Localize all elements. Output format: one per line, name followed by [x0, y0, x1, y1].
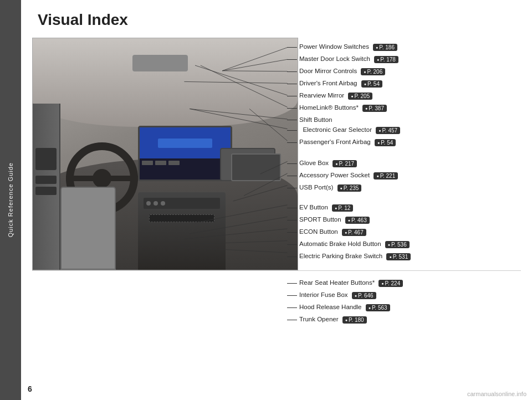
page-ref: P. 536 [385, 241, 410, 248]
label-text-accessory-power: Accessory Power Socket P. 221 [299, 172, 398, 180]
page-ref: P. 54 [375, 139, 396, 146]
label-usb-ports: USB Port(s) P. 235 [287, 184, 521, 192]
label-power-window-switches: Power Window Switches P. 186 [287, 43, 521, 51]
page-ref: P. 457 [376, 127, 400, 134]
label-line [287, 295, 297, 296]
page-ref: P. 217 [332, 160, 357, 167]
page-title: Visual Index [38, 11, 521, 29]
label-hood-release: Hood Release Handle P. 563 [287, 304, 521, 311]
main-content: Visual Index [21, 0, 532, 400]
label-interior-fuse-box: Interior Fuse Box P. 646 [287, 291, 521, 299]
label-text-econ-button: ECON Button P. 467 [299, 228, 366, 236]
sidebar-label: Quick Reference Guide [7, 162, 14, 237]
separator-line [32, 270, 521, 271]
page-ref: P. 180 [342, 316, 367, 324]
label-text-sport-button: SPORT Button P. 463 [299, 216, 370, 224]
label-line [287, 84, 297, 84]
label-text-gear-selector: Electronic Gear Selector P. 457 [299, 126, 400, 134]
label-line [287, 176, 297, 176]
page-ref: P. 387 [362, 105, 387, 112]
page-ref: P. 563 [366, 304, 390, 311]
page-ref: P. 224 [378, 280, 403, 287]
page-ref: P. 467 [342, 229, 366, 236]
label-trunk-opener: Trunk Opener P. 180 [287, 316, 521, 324]
label-master-door-lock: Master Door Lock Switch P. 178 [287, 55, 521, 63]
label-line [287, 220, 297, 220]
page-ref: P. 221 [374, 172, 398, 180]
label-text-glove-box: Glove Box P. 217 [299, 160, 357, 167]
label-text-auto-brake-hold: Automatic Brake Hold Button P. 536 [299, 240, 410, 248]
label-text-power-window: Power Window Switches P. 186 [299, 43, 397, 51]
label-electronic-gear: Electronic Gear Selector P. 457 [287, 126, 521, 134]
car-interior-bg [33, 38, 298, 270]
label-homelink-buttons: HomeLink® Buttons* P. 387 [287, 104, 521, 112]
label-text-interior-fuse-box: Interior Fuse Box P. 646 [299, 291, 376, 299]
label-text-door-mirror: Door Mirror Controls P. 206 [299, 68, 385, 75]
label-line [287, 142, 297, 143]
rearview-mirror-shape [132, 55, 188, 71]
label-line [287, 96, 297, 96]
label-shift-button: Shift Button [287, 116, 521, 123]
label-line [287, 283, 297, 284]
label-text-passengers-airbag: Passenger's Front Airbag P. 54 [299, 139, 396, 146]
label-text-drivers-airbag: Driver's Front Airbag P. 54 [299, 80, 382, 88]
label-line [287, 188, 297, 188]
label-line [287, 120, 297, 120]
page-ref: P. 205 [348, 93, 372, 100]
label-text-usb-ports: USB Port(s) P. 235 [299, 184, 361, 192]
label-text-rear-seat-heater: Rear Seat Heater Buttons* P. 224 [299, 279, 403, 287]
label-line [287, 257, 297, 257]
page-ref: P. 235 [337, 184, 362, 192]
label-line [287, 163, 297, 164]
label-line [287, 208, 297, 208]
label-line [287, 320, 297, 320]
car-interior-image [32, 38, 298, 270]
sidebar: Quick Reference Guide [0, 0, 21, 400]
page-ref: P. 646 [352, 292, 376, 299]
page-ref: P. 531 [386, 253, 411, 260]
label-rear-seat-heater: Rear Seat Heater Buttons* P. 224 [287, 279, 521, 287]
page-ref: P. 178 [374, 56, 398, 63]
label-line [287, 71, 297, 72]
page-ref: P. 12 [332, 204, 353, 212]
label-text-rearview-mirror: Rearview Mirror P. 205 [299, 92, 372, 100]
label-door-mirror-controls: Door Mirror Controls P. 206 [287, 68, 521, 75]
label-rearview-mirror: Rearview Mirror P. 205 [287, 92, 521, 100]
label-text-ev-button: EV Button P. 12 [299, 204, 353, 212]
label-text-hood-release: Hood Release Handle P. 563 [299, 304, 390, 311]
label-sport-button: SPORT Button P. 463 [287, 216, 521, 224]
label-line [287, 47, 297, 48]
page-ref: P. 54 [361, 80, 382, 88]
label-passengers-airbag: Passenger's Front Airbag P. 54 [287, 139, 521, 146]
watermark: carmanualsonline.info [467, 391, 526, 397]
label-text-electric-parking: Electric Parking Brake Switch P. 531 [299, 253, 411, 260]
page-ref: P. 463 [345, 217, 370, 224]
label-econ-button: ECON Button P. 467 [287, 228, 521, 236]
page-number: 6 [28, 384, 32, 393]
label-text-shift-button: Shift Button [299, 116, 332, 123]
label-text-homelink: HomeLink® Buttons* P. 387 [299, 104, 387, 112]
center-console-shape [138, 192, 226, 270]
label-line [287, 59, 297, 60]
page-ref: P. 206 [361, 68, 385, 75]
page-ref: P. 186 [373, 44, 397, 51]
label-line [287, 130, 297, 131]
label-text-master-door-lock: Master Door Lock Switch P. 178 [299, 55, 398, 63]
label-accessory-power: Accessory Power Socket P. 221 [287, 172, 521, 180]
label-electric-parking-brake: Electric Parking Brake Switch P. 531 [287, 253, 521, 260]
label-ev-button: EV Button P. 12 [287, 204, 521, 212]
infotainment-shape [138, 126, 232, 181]
label-line [287, 108, 297, 109]
label-line [287, 232, 297, 233]
label-glove-box: Glove Box P. 217 [287, 160, 521, 167]
label-drivers-airbag: Driver's Front Airbag P. 54 [287, 80, 521, 88]
labels-area: Power Window Switches P. 186 Master Door… [287, 38, 521, 365]
label-line [287, 244, 297, 245]
label-text-trunk-opener: Trunk Opener P. 180 [299, 316, 367, 324]
label-auto-brake-hold: Automatic Brake Hold Button P. 536 [287, 240, 521, 248]
label-line [287, 307, 297, 308]
visual-index-area: Power Window Switches P. 186 Master Door… [32, 38, 521, 365]
